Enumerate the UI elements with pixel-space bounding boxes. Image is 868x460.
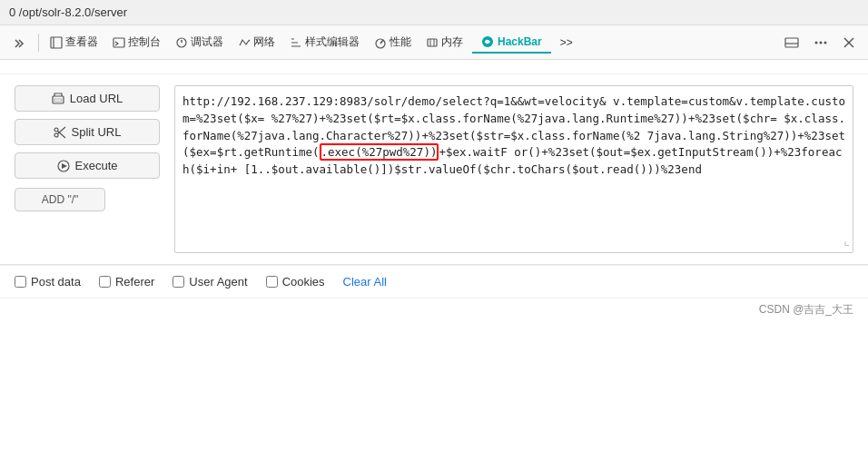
resize-handle[interactable]: ⌞ (843, 231, 851, 250)
console-tab[interactable]: 控制台 (107, 32, 166, 53)
browser-toolbar: 查看器 控制台 调试器 网络 样式编辑器 (0, 25, 868, 60)
svg-rect-10 (785, 38, 798, 47)
memory-label: 内存 (441, 34, 463, 50)
inspector-label: 查看器 (65, 34, 98, 50)
cookies-checkbox-label[interactable]: Cookies (266, 275, 325, 289)
url-display-box[interactable]: http://192.168.237.129:8983/solr/demo/se… (174, 85, 853, 253)
referer-checkbox-label[interactable]: Referer (99, 275, 154, 289)
svg-marker-24 (62, 163, 67, 169)
hackbar-panel: Load URL Split URL Execute ADD "/" http: (0, 74, 868, 265)
svg-rect-6 (428, 39, 437, 46)
svg-rect-0 (51, 37, 62, 48)
add-slash-label: ADD "/" (42, 193, 79, 206)
footer-text: CSDN @吉吉_大王 (759, 303, 853, 316)
hackbar-tab[interactable]: HackBar (472, 32, 551, 54)
svg-rect-18 (54, 99, 62, 102)
load-url-label: Load URL (70, 92, 123, 105)
hackbar-label: HackBar (498, 35, 542, 48)
debugger-label: 调试器 (191, 34, 223, 50)
address-path: 0 /opt/solr-8.2.0/server (9, 5, 127, 19)
post-data-checkbox-label[interactable]: Post data (15, 275, 81, 289)
svg-point-13 (820, 41, 823, 44)
user-agent-checkbox[interactable] (173, 276, 184, 288)
play-icon (57, 160, 70, 172)
clear-all-label: Clear All (343, 275, 387, 289)
spacer-row (0, 60, 868, 74)
performance-tab[interactable]: 性能 (369, 32, 417, 53)
post-data-label: Post data (31, 275, 81, 289)
performance-label: 性能 (390, 34, 411, 50)
svg-point-20 (54, 133, 58, 137)
execute-label: Execute (75, 159, 118, 172)
more-tabs-button[interactable]: >> (555, 34, 578, 52)
dock-icon[interactable] (779, 33, 804, 53)
footer: CSDN @吉吉_大王 (0, 298, 868, 321)
svg-point-12 (815, 41, 818, 44)
ellipsis-icon[interactable] (808, 33, 833, 53)
svg-line-22 (57, 127, 65, 134)
console-label: 控制台 (128, 34, 161, 50)
url-highlighted-text: .exec(%27pwd%27)) (320, 143, 439, 161)
svg-point-14 (824, 41, 827, 44)
clear-all-button[interactable]: Clear All (343, 275, 387, 289)
divider-1 (38, 34, 39, 52)
svg-rect-2 (113, 38, 124, 47)
debugger-tab[interactable]: 调试器 (170, 32, 229, 53)
close-devtools-icon[interactable] (837, 34, 861, 52)
back-nav-icon[interactable] (7, 33, 33, 53)
user-agent-checkbox-label[interactable]: User Agent (173, 275, 247, 289)
address-bar: 0 /opt/solr-8.2.0/server (0, 0, 868, 25)
cookies-label: Cookies (282, 275, 325, 289)
svg-point-19 (54, 128, 58, 132)
add-slash-button[interactable]: ADD "/" (15, 188, 105, 211)
split-url-button[interactable]: Split URL (15, 119, 160, 145)
network-tab[interactable]: 网络 (232, 32, 281, 53)
load-url-button[interactable]: Load URL (15, 85, 160, 112)
more-tabs-label: >> (560, 36, 573, 49)
user-agent-label: User Agent (189, 275, 247, 289)
bottom-options-bar: Post data Referer User Agent Cookies Cle… (0, 265, 868, 298)
printer-icon (52, 93, 64, 105)
url-input-area: http://192.168.237.129:8983/solr/demo/se… (174, 85, 853, 253)
referer-checkbox[interactable] (99, 276, 111, 288)
scissors-icon (54, 126, 66, 139)
style-label: 样式编辑器 (305, 34, 360, 50)
post-data-checkbox[interactable] (15, 276, 26, 288)
hackbar-buttons-column: Load URL Split URL Execute ADD "/" (15, 85, 160, 253)
style-tab[interactable]: 样式编辑器 (284, 32, 365, 53)
referer-label: Referer (115, 275, 154, 289)
memory-tab[interactable]: 内存 (420, 32, 469, 53)
cookies-checkbox[interactable] (266, 276, 278, 288)
network-label: 网络 (253, 34, 275, 50)
execute-button[interactable]: Execute (15, 152, 160, 179)
inspector-tab[interactable]: 查看器 (44, 32, 104, 53)
split-url-label: Split URL (72, 125, 122, 139)
